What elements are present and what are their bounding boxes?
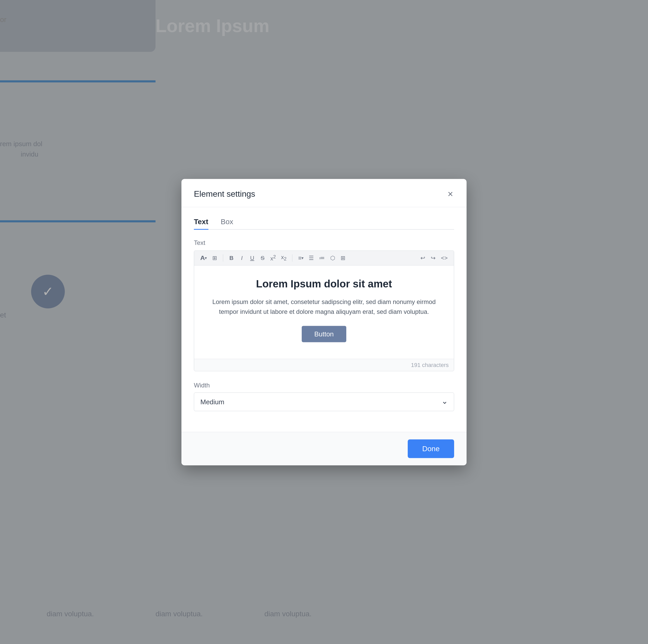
italic-icon: I xyxy=(241,255,242,261)
align-dropdown-icon: ▾ xyxy=(302,256,304,260)
text-editor-container: 𝗔 ▾ ⊞ B I xyxy=(194,250,454,371)
grid-icon: ⊞ xyxy=(212,255,217,261)
tab-text[interactable]: Text xyxy=(194,214,208,230)
subscript-icon: x2 xyxy=(281,254,286,262)
modal-title: Element settings xyxy=(194,189,255,199)
code-button[interactable]: <> xyxy=(439,253,450,263)
text-label: Text xyxy=(194,239,454,246)
editor-toolbar: 𝗔 ▾ ⊞ B I xyxy=(194,251,454,265)
unordered-list-button[interactable]: ☰ xyxy=(307,253,316,263)
link-icon: ⬡ xyxy=(330,255,335,261)
width-select-wrapper: Small Medium Large Full xyxy=(194,392,454,411)
font-button[interactable]: 𝗔 ▾ xyxy=(198,253,209,263)
italic-button[interactable]: I xyxy=(237,253,247,263)
width-label: Width xyxy=(194,381,454,389)
editor-content-button[interactable]: Button xyxy=(302,326,346,342)
link-button[interactable]: ⬡ xyxy=(328,253,337,263)
modal-body: Text Box Text 𝗔 ▾ ⊞ xyxy=(181,207,467,432)
list-ordered-icon: ≔ xyxy=(319,255,325,261)
char-count: 191 characters xyxy=(411,362,449,368)
underline-icon: U xyxy=(250,255,254,261)
toolbar-group-history: ↩ ↪ <> xyxy=(418,253,450,263)
toolbar-group-font: 𝗔 ▾ ⊞ xyxy=(198,253,219,263)
tab-box[interactable]: Box xyxy=(221,214,233,230)
strikethrough-icon: S xyxy=(261,255,265,261)
text-section: Text 𝗔 ▾ ⊞ xyxy=(194,239,454,371)
undo-icon: ↩ xyxy=(420,255,425,261)
char-count-bar: 191 characters xyxy=(194,359,454,371)
toolbar-divider-2 xyxy=(292,254,292,262)
list-unordered-icon: ☰ xyxy=(309,255,314,261)
font-dropdown-icon: ▾ xyxy=(205,256,207,260)
grid-button[interactable]: ⊞ xyxy=(210,253,219,263)
done-button[interactable]: Done xyxy=(408,439,454,458)
modal-header: Element settings × xyxy=(181,179,467,207)
toolbar-group-para: ≡ ▾ ☰ ≔ ⬡ ⊞ xyxy=(296,253,347,263)
redo-button[interactable]: ↪ xyxy=(428,253,438,263)
code-icon: <> xyxy=(441,255,448,261)
align-icon: ≡ xyxy=(298,255,302,261)
toolbar-group-format: B I U S x2 xyxy=(227,253,288,263)
bold-icon: B xyxy=(229,255,233,261)
tabs-container: Text Box xyxy=(194,207,454,230)
redo-icon: ↪ xyxy=(431,255,435,261)
superscript-button[interactable]: x2 xyxy=(268,253,278,263)
table-icon: ⊞ xyxy=(340,255,345,261)
editor-body-text: Lorem ipsum dolor sit amet, consetetur s… xyxy=(210,297,438,317)
editor-heading: Lorem Ipsum dolor sit amet xyxy=(210,278,438,289)
ordered-list-button[interactable]: ≔ xyxy=(317,253,327,263)
undo-button[interactable]: ↩ xyxy=(418,253,427,263)
font-icon: 𝗔 xyxy=(200,255,205,261)
align-button[interactable]: ≡ ▾ xyxy=(296,253,306,263)
strikethrough-button[interactable]: S xyxy=(258,253,267,263)
width-select[interactable]: Small Medium Large Full xyxy=(194,392,454,411)
subscript-button[interactable]: x2 xyxy=(279,253,288,263)
superscript-icon: x2 xyxy=(270,254,276,262)
underline-button[interactable]: U xyxy=(248,253,257,263)
bold-button[interactable]: B xyxy=(227,253,236,263)
editor-content[interactable]: Lorem Ipsum dolor sit amet Lorem ipsum d… xyxy=(194,265,454,359)
element-settings-modal: Element settings × Text Box Text 𝗔 ▾ xyxy=(181,179,467,465)
modal-close-button[interactable]: × xyxy=(447,188,454,200)
width-section: Width Small Medium Large Full xyxy=(194,381,454,411)
table-button[interactable]: ⊞ xyxy=(338,253,347,263)
modal-footer: Done xyxy=(181,432,467,465)
